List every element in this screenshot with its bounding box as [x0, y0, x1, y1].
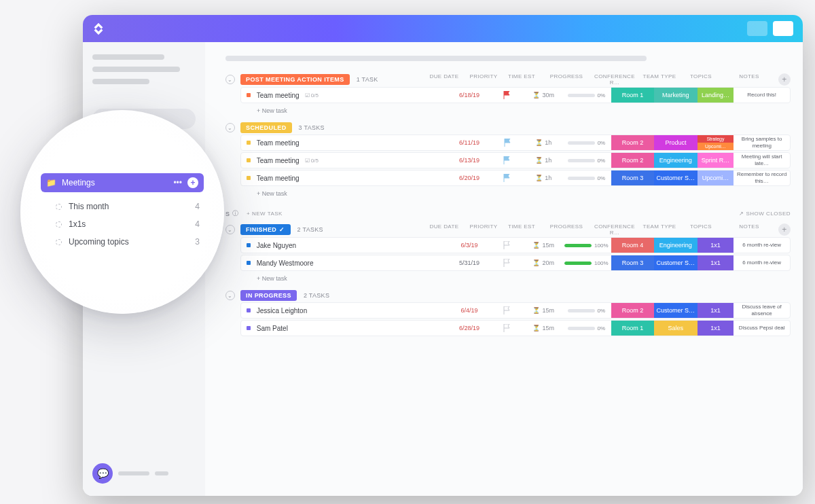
show-closed-button[interactable]: ↗ SHOW CLOSED [739, 211, 791, 217]
status-pill[interactable]: SCHEDULED [240, 122, 292, 133]
notes-cell[interactable]: Bring samples to meeting [734, 136, 790, 149]
time-estimate[interactable]: ⏳30m [525, 92, 562, 98]
team-type-tag[interactable]: Product [654, 135, 697, 150]
due-date[interactable]: 6/11/19 [450, 139, 488, 146]
conference-room-tag[interactable]: Room 3 [611, 255, 654, 270]
header-button-1[interactable] [747, 21, 767, 36]
topic-tag[interactable]: Upcomi… [698, 143, 734, 150]
progress-cell[interactable]: 0% [562, 175, 611, 181]
task-row[interactable]: Team meeting 6/20/19 ⏳1h 0% Room 3 Custo… [240, 170, 791, 186]
folder-list-item[interactable]: Upcoming topics 3 [41, 233, 204, 251]
task-title[interactable]: Team meeting [257, 175, 450, 182]
priority-flag-icon[interactable] [489, 91, 526, 99]
collapse-icon[interactable]: ⌄ [225, 291, 235, 300]
new-task-button[interactable]: + New task [257, 275, 791, 282]
topics-cell[interactable]: StrategyUpcomi… [698, 135, 734, 150]
collapse-icon[interactable]: ⌄ [225, 123, 235, 132]
notes-cell[interactable]: Discuss Pepsi deal [734, 325, 790, 331]
team-type-tag[interactable]: Engineering [654, 153, 697, 168]
notes-cell[interactable]: 6 month re-view [734, 242, 790, 249]
notes-cell[interactable]: Meeting will start late… [734, 154, 790, 166]
progress-cell[interactable]: 0% [562, 308, 611, 314]
topic-tag[interactable]: 1x1 [698, 255, 734, 270]
subtask-indicator[interactable]: ☑ 0/5 [305, 92, 319, 98]
conference-room-tag[interactable]: Room 3 [611, 170, 654, 185]
topic-tag[interactable]: Sprint R… [698, 153, 734, 168]
due-date[interactable]: 6/13/19 [450, 157, 488, 164]
progress-cell[interactable]: 0% [562, 140, 611, 146]
due-date[interactable]: 6/4/19 [450, 307, 488, 314]
time-estimate[interactable]: ⏳15m [525, 242, 562, 249]
notes-cell[interactable]: 6 month re-view [734, 259, 790, 266]
add-column-button[interactable]: + [778, 223, 791, 236]
collapse-icon[interactable]: ⌄ [225, 225, 235, 234]
topic-tag[interactable]: 1x1 [698, 303, 734, 318]
task-row[interactable]: Team meeting☑ 0/5 6/13/19 ⏳1h 0% Room 2 … [240, 152, 791, 168]
team-type-tag[interactable]: Engineering [654, 238, 697, 253]
priority-flag-icon[interactable] [489, 156, 526, 164]
priority-flag-icon[interactable] [489, 259, 526, 267]
team-type-tag[interactable]: Customer S… [654, 255, 697, 270]
add-list-button[interactable]: + [187, 177, 198, 188]
progress-cell[interactable]: 100% [562, 242, 611, 249]
progress-cell[interactable]: 100% [562, 260, 611, 266]
priority-flag-icon[interactable] [489, 174, 526, 182]
time-estimate[interactable]: ⏳15m [525, 307, 562, 314]
progress-cell[interactable]: 0% [562, 92, 611, 98]
conference-room-tag[interactable]: Room 1 [611, 321, 654, 336]
team-type-tag[interactable]: Customer S… [654, 303, 697, 318]
conference-room-tag[interactable]: Room 2 [611, 303, 654, 318]
conference-room-tag[interactable]: Room 1 [611, 88, 654, 103]
status-pill[interactable]: FINISHED [240, 224, 291, 235]
task-title[interactable]: Team meeting [257, 139, 450, 147]
topic-tag[interactable]: 1x1 [698, 321, 734, 336]
task-title[interactable]: Jake Nguyen [257, 242, 450, 249]
notes-cell[interactable]: Remember to record this… [734, 171, 790, 184]
time-estimate[interactable]: ⏳1h [525, 175, 562, 181]
priority-flag-icon[interactable] [489, 306, 526, 314]
conference-room-tag[interactable]: Room 4 [611, 238, 654, 253]
folder-row-meetings[interactable]: 📁 Meetings ••• + [41, 173, 204, 192]
priority-flag-icon[interactable] [489, 241, 526, 249]
more-icon[interactable]: ••• [173, 178, 182, 187]
team-type-tag[interactable]: Sales [654, 321, 697, 336]
priority-flag-icon[interactable] [489, 139, 526, 147]
task-title[interactable]: Jessica Leighton [257, 307, 450, 314]
task-title[interactable]: Team meeting☑ 0/5 [257, 157, 450, 164]
team-type-tag[interactable]: Marketing [654, 88, 697, 103]
due-date[interactable]: 6/18/19 [450, 92, 488, 98]
conference-room-tag[interactable]: Room 2 [611, 153, 654, 168]
new-task-button[interactable]: + New task [257, 190, 791, 197]
add-column-button[interactable]: + [778, 73, 791, 86]
notes-cell[interactable]: Record this! [734, 92, 790, 98]
priority-flag-icon[interactable] [489, 324, 526, 332]
team-type-tag[interactable]: Customer S… [654, 170, 697, 185]
task-title[interactable]: Mandy Westmoore [257, 259, 450, 267]
task-row[interactable]: Sam Patel 6/28/19 ⏳15m 0% Room 1 Sales 1… [240, 320, 791, 336]
topic-tag[interactable]: Landing… [698, 88, 734, 103]
task-row[interactable]: Mandy Westmoore 5/31/19 ⏳20m 100% Room 3… [240, 255, 791, 271]
due-date[interactable]: 6/3/19 [450, 242, 488, 249]
folder-list-item[interactable]: 1x1s 4 [41, 215, 204, 233]
conference-room-tag[interactable]: Room 2 [611, 135, 654, 150]
task-title[interactable]: Team meeting☑ 0/5 [257, 92, 450, 99]
subtask-indicator[interactable]: ☑ 0/5 [305, 158, 319, 164]
task-title[interactable]: Sam Patel [257, 325, 450, 332]
topic-tag[interactable]: 1x1 [698, 238, 734, 253]
time-estimate[interactable]: ⏳1h [525, 139, 562, 146]
section-new-task[interactable]: + NEW TASK [247, 211, 283, 217]
info-icon[interactable]: ⓘ [232, 209, 239, 218]
task-row[interactable]: Team meeting☑ 0/5 6/18/19 ⏳30m 0% Room 1… [240, 87, 791, 103]
topic-tag[interactable]: Strategy [698, 135, 734, 143]
status-pill[interactable]: IN PROGRESS [240, 290, 297, 301]
new-task-button[interactable]: + New task [257, 107, 791, 114]
task-row[interactable]: Jessica Leighton 6/4/19 ⏳15m 0% Room 2 C… [240, 302, 791, 319]
header-button-2[interactable] [773, 21, 793, 36]
task-row[interactable]: Team meeting 6/11/19 ⏳1h 0% Room 2 Produ… [240, 134, 791, 151]
due-date[interactable]: 5/31/19 [450, 259, 488, 266]
time-estimate[interactable]: ⏳20m [525, 259, 562, 266]
notes-cell[interactable]: Discuss leave of absence [734, 304, 790, 317]
task-row[interactable]: Jake Nguyen 6/3/19 ⏳15m 100% Room 4 Engi… [240, 237, 791, 253]
time-estimate[interactable]: ⏳15m [525, 325, 562, 331]
collapse-icon[interactable]: ⌄ [225, 75, 235, 84]
